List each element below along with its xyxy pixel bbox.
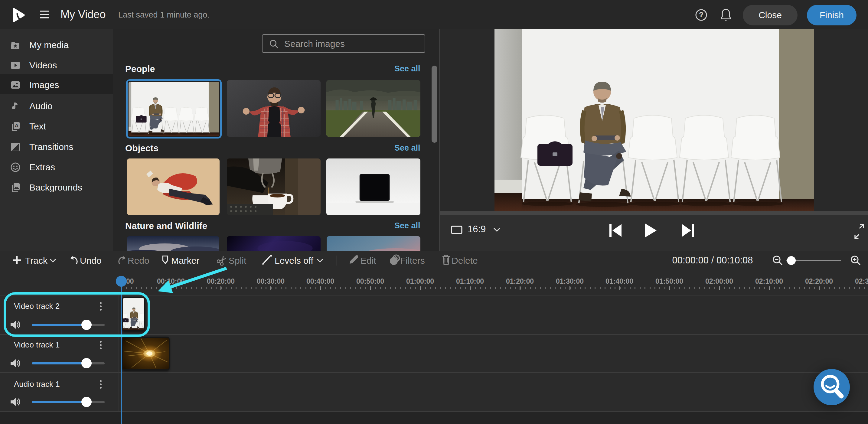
svg-text:?: ?	[699, 10, 704, 19]
svg-text:A: A	[15, 123, 19, 128]
